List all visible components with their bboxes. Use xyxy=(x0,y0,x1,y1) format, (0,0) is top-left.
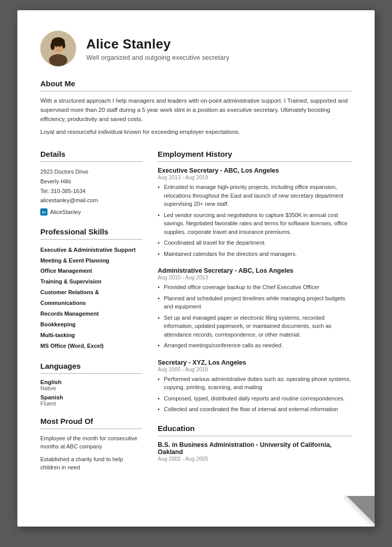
candidate-name: Alice Stanley xyxy=(86,36,229,52)
job-bullet: Maintained calendars for the directors a… xyxy=(158,250,352,258)
job-bullet: Collected and coordinated the flow of in… xyxy=(158,405,352,414)
about-section: About Me With a structured approach I he… xyxy=(40,79,352,137)
phone: Tel: 310-385-1634 xyxy=(40,186,142,196)
proud-list: Employee of the month for consecutive mo… xyxy=(40,434,142,472)
job-entry: Administrative Secretary - ABC, Los Ange… xyxy=(158,267,352,350)
page-number: 2/2 xyxy=(17,513,375,527)
address-line2: Beverly Hills xyxy=(40,177,142,186)
email: alicestanley@mail.com xyxy=(40,196,142,205)
education-entry: B.S. in Business Administration - Univer… xyxy=(158,441,352,462)
main-content: Details 2923 Doctors Drive Beverly Hills… xyxy=(40,150,352,482)
skill-item: Multi-tasking xyxy=(40,330,142,341)
proud-divider xyxy=(40,429,142,429)
about-divider xyxy=(40,91,352,91)
languages-divider xyxy=(40,373,142,374)
job-bullet: Provided office coverage backup to the C… xyxy=(158,283,352,292)
skill-item: Records Management xyxy=(40,308,142,319)
left-column: Details 2923 Doctors Drive Beverly Hills… xyxy=(40,150,142,482)
education-list: B.S. in Business Administration - Univer… xyxy=(158,441,352,462)
job-bullet: Performed various administrative duties … xyxy=(158,375,352,392)
right-column: Employment History Executive Secretary -… xyxy=(158,150,352,482)
svg-point-4 xyxy=(51,42,55,50)
job-bullet: Composed, typed, distributed daily repor… xyxy=(158,394,352,403)
job-bullets: Provided office coverage backup to the C… xyxy=(158,283,352,350)
edu-dates: Aug 2002 - Aug 2005 xyxy=(158,456,352,462)
job-bullet: Arranged meetings/conference calls as ne… xyxy=(158,341,352,350)
svg-point-1 xyxy=(49,54,67,66)
job-bullet: Set up and managed paper or electronic f… xyxy=(158,314,352,339)
resume-header: Alice Stanley Well organized and outgoin… xyxy=(40,31,352,66)
proud-title: Most Proud Of xyxy=(40,417,142,425)
job-title: Administrative Secretary - ABC, Los Ange… xyxy=(158,267,352,274)
job-bullets: Entrusted to manage high-priority projec… xyxy=(158,183,352,258)
languages-section: Languages English Native Spanish Fluent xyxy=(40,362,142,407)
skill-item: Training & Supervision xyxy=(40,276,142,287)
avatar xyxy=(40,31,76,66)
job-bullets: Performed various administrative duties … xyxy=(158,375,352,414)
employment-title: Employment History xyxy=(158,150,352,158)
language-entry: Spanish Fluent xyxy=(40,394,142,407)
languages-title: Languages xyxy=(40,362,142,370)
details-divider xyxy=(40,161,142,162)
skills-section: Professional Skills Executive & Administ… xyxy=(40,227,142,351)
about-paragraph2: Loyal and resourceful individual known f… xyxy=(40,128,352,137)
job-entry: Executive Secretary - ABC, Los AngelesAu… xyxy=(158,167,352,258)
job-bullet: Coordinated all travel for the departmen… xyxy=(158,239,352,247)
linkedin-handle: AliceStanley xyxy=(50,207,81,217)
job-title: Secretary - XYZ, Los Angeles xyxy=(158,359,352,366)
skill-item: MS Office (Word, Excel) xyxy=(40,341,142,351)
skills-title: Professional Skills xyxy=(40,227,142,236)
details-section: Details 2923 Doctors Drive Beverly Hills… xyxy=(40,150,142,217)
job-bullet: Planned and scheduled project timelines … xyxy=(158,294,352,311)
languages-list: English Native Spanish Fluent xyxy=(40,379,142,407)
language-level: Fluent xyxy=(40,400,142,407)
language-level: Native xyxy=(40,385,142,391)
proud-section: Most Proud Of Employee of the month for … xyxy=(40,417,142,472)
skills-list: Executive & Administrative SupportMeetin… xyxy=(40,245,142,351)
details-info: 2923 Doctors Drive Beverly Hills Tel: 31… xyxy=(40,167,142,205)
job-dates: Aug 2010 - Aug 2013 xyxy=(158,274,352,280)
employment-section: Employment History Executive Secretary -… xyxy=(158,150,352,414)
job-dates: Aug 2005 - Aug 2010 xyxy=(158,366,352,372)
education-title: Education xyxy=(158,424,352,433)
about-title: About Me xyxy=(40,79,352,88)
job-title: Executive Secretary - ABC, Los Angeles xyxy=(158,167,352,174)
job-bullet: Led vendor sourcing and negotiations to … xyxy=(158,211,352,236)
skill-item: Bookkeeping xyxy=(40,319,142,330)
language-name: English xyxy=(40,379,142,385)
job-dates: Aug 2013 - Aug 2019 xyxy=(158,174,352,180)
skill-item: Meeting & Event Planning xyxy=(40,255,142,266)
linkedin-row: in AliceStanley xyxy=(40,207,142,217)
employment-divider xyxy=(158,161,352,162)
language-entry: English Native xyxy=(40,379,142,391)
education-section: Education B.S. in Business Administratio… xyxy=(158,424,352,462)
about-paragraph1: With a structured approach I help manage… xyxy=(40,97,352,124)
header-text: Alice Stanley Well organized and outgoin… xyxy=(86,36,229,61)
job-entry: Secretary - XYZ, Los AngelesAug 2005 - A… xyxy=(158,359,352,414)
details-title: Details xyxy=(40,150,142,158)
proud-item: Established a charity fund to help child… xyxy=(40,455,142,472)
skill-item: Executive & Administrative Support xyxy=(40,245,142,255)
address-line1: 2923 Doctors Drive xyxy=(40,167,142,177)
skills-divider xyxy=(40,239,142,240)
resume-page: Alice Stanley Well organized and outgoin… xyxy=(17,10,375,527)
svg-point-7 xyxy=(60,46,61,47)
svg-point-5 xyxy=(62,42,65,49)
candidate-subtitle: Well organized and outgoing executive se… xyxy=(86,54,229,61)
skill-item: Office Management xyxy=(40,266,142,276)
job-bullet: Entrusted to manage high-priority projec… xyxy=(158,183,352,208)
proud-item: Employee of the month for consecutive mo… xyxy=(40,434,142,451)
skill-item: Customer Relations & Communications xyxy=(40,287,142,308)
language-name: Spanish xyxy=(40,394,142,400)
jobs-list: Executive Secretary - ABC, Los AngelesAu… xyxy=(158,167,352,414)
education-divider xyxy=(158,436,352,436)
edu-degree: B.S. in Business Administration - Univer… xyxy=(158,441,352,456)
linkedin-icon: in xyxy=(40,208,47,216)
svg-point-6 xyxy=(56,46,57,47)
